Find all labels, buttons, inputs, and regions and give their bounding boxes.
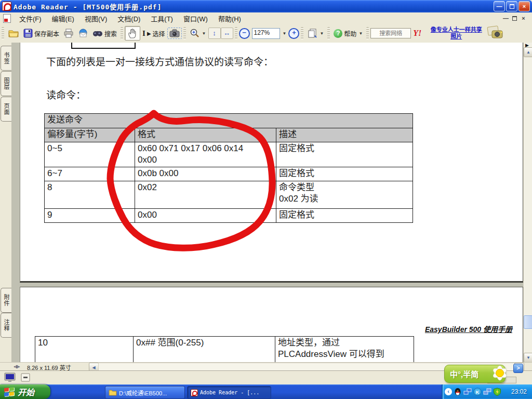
table-title-cell: 发送命令 <box>45 114 413 128</box>
folder-icon <box>109 389 117 396</box>
tab-attachments[interactable]: 附件 <box>1 288 11 313</box>
hand-tool-button[interactable] <box>125 26 140 41</box>
search-button[interactable]: 搜索 <box>90 28 119 39</box>
table-cell: 6~7 <box>45 167 135 181</box>
start-label: 开始 <box>18 385 34 398</box>
hide-panel-button[interactable] <box>21 373 30 382</box>
tray-clock[interactable]: 23:02 <box>511 388 527 395</box>
menu-edit[interactable]: 编辑(E) <box>47 12 79 25</box>
zoom-tool-button[interactable]: ▼ <box>188 26 208 40</box>
web-search-input[interactable] <box>370 28 411 38</box>
taskbar-button-adobe-reader[interactable]: Adobe Reader - [... <box>187 386 271 399</box>
dropdown-icon: ▼ <box>283 31 287 36</box>
zoom-in-button[interactable]: + <box>288 28 299 39</box>
menu-view[interactable]: 视图(V) <box>79 12 112 25</box>
mdi-close-button[interactable]: × <box>519 15 528 22</box>
print-button[interactable] <box>61 27 76 39</box>
vertical-scrollbar[interactable]: ▶ ▲ ▼ <box>523 43 532 362</box>
tab-bookmarks[interactable]: 书签 <box>1 46 11 71</box>
email-globe-icon <box>78 29 88 38</box>
document-canvas[interactable]: 下面的列表是一对一接线方式通信协议的读写命令： 读命令： 发送命令 偏移量(字节… <box>11 43 523 362</box>
toolbar-grip[interactable] <box>301 27 303 39</box>
navigation-tab-strip: 书签 图层 页面 附件 注释 <box>0 43 12 362</box>
tray-network2-icon[interactable] <box>483 388 491 396</box>
taskbar: 开始 e » D:\威纶通\EB500... Adobe Reader - [.… <box>0 384 532 399</box>
zoom-out-button[interactable]: − <box>239 28 250 39</box>
table-cell: 固定格式 <box>276 167 413 181</box>
table-header-cell: 格式 <box>135 128 276 142</box>
select-label: 选择 <box>153 29 165 38</box>
table-row: 6~7 0x0b 0x00 固定格式 <box>45 167 413 181</box>
table-row: 8 0x02 命令类型 0x02 为读 <box>45 181 413 209</box>
table-row: 0~5 0x60 0x71 0x17 0x06 0x14 0x00 固定格式 <box>45 142 413 167</box>
pdf-document-icon[interactable] <box>3 14 11 23</box>
table-cell: 固定格式 <box>276 209 413 223</box>
menu-bar: 文件(F) 编辑(E) 视图(V) 文档(D) 工具(T) 窗口(W) 帮助(H… <box>0 12 532 24</box>
yahoo-button[interactable]: Y! <box>411 27 423 39</box>
start-button[interactable]: 开始 <box>0 384 50 399</box>
menu-file[interactable]: 文件(F) <box>14 12 47 25</box>
help-button[interactable]: ? 帮助 ▼ <box>331 28 365 39</box>
panel-splitter-handle[interactable]: ◂▮▸ <box>14 364 20 369</box>
pdf-page-2: EasyBuilder 500 使用手册 10 0x## 范围(0-255) 地… <box>20 287 523 362</box>
page-display-button[interactable]: ▼ <box>305 26 326 40</box>
snapshot-button[interactable] <box>167 28 182 39</box>
zoom-level-combobox[interactable]: 127% <box>252 28 280 39</box>
tray-antivirus-shield-icon[interactable] <box>493 388 501 396</box>
email-button[interactable] <box>76 27 90 39</box>
tab-layers[interactable]: 图层 <box>1 71 11 96</box>
table-cell: 9 <box>45 209 135 223</box>
magnifier-zoom-icon <box>190 28 200 38</box>
table-cell: 8 <box>45 181 135 209</box>
vertical-scroll-thumb[interactable] <box>524 315 532 329</box>
tab-pages[interactable]: 页面 <box>1 97 11 122</box>
zoom-level-dropdown[interactable]: ▼ <box>280 30 289 37</box>
fullscreen-view-button[interactable] <box>4 373 16 382</box>
menu-tools[interactable]: 工具(T) <box>145 12 178 25</box>
toolbar-grip[interactable] <box>235 27 237 39</box>
table-row: 10 0x## 范围(0-255) 地址类型，通过 PLCAddressView… <box>35 337 414 363</box>
close-button[interactable]: × <box>518 1 530 11</box>
save-copy-label: 保存副本 <box>34 29 59 38</box>
restore-button[interactable] <box>506 1 517 11</box>
scroll-up-button[interactable]: ▲ <box>524 47 532 57</box>
table-cell: 0x02 <box>135 181 276 209</box>
ad-camera-icon <box>487 25 504 41</box>
select-cursor-icon: ▶ <box>147 31 151 36</box>
ime-daisy-icon[interactable] <box>487 363 510 384</box>
tray-network-icon[interactable] <box>463 388 472 396</box>
hide-tray-icons-chevron[interactable]: ‹ <box>445 388 452 395</box>
document-intro-text: 下面的列表是一对一接线方式通信协议的读写命令： <box>46 54 273 68</box>
menu-document[interactable]: 文档(D) <box>112 12 145 25</box>
scroll-down-button[interactable]: ▼ <box>524 353 532 363</box>
open-button[interactable] <box>6 27 21 39</box>
select-ibeam-icon: I <box>142 29 145 38</box>
binoculars-icon <box>92 29 103 37</box>
table-cell: 0x0b 0x00 <box>135 167 276 181</box>
fit-page-button[interactable]: ↕ <box>208 28 221 39</box>
pdf-page-1: 下面的列表是一对一接线方式通信协议的读写命令： 读命令： 发送命令 偏移量(字节… <box>20 43 523 283</box>
mdi-minimize-button[interactable]: — <box>501 15 510 22</box>
select-tool-button[interactable]: I ▶ 选择 <box>140 28 167 39</box>
menu-window[interactable]: 窗口(W) <box>178 12 213 25</box>
table-cell: 10 <box>35 337 134 363</box>
ime-expand-button[interactable]: > <box>513 364 523 373</box>
save-copy-button[interactable]: 保存副本 <box>21 27 61 39</box>
fit-width-button[interactable]: ↔ <box>221 28 233 39</box>
ad-banner[interactable]: 像专业人士一样共享照片 <box>425 25 507 41</box>
yahoo-logo: Y! <box>413 29 421 38</box>
mdi-restore-button[interactable] <box>510 15 519 22</box>
toolbar-grip[interactable] <box>366 27 369 39</box>
system-tray: ‹ K 23:02 <box>442 384 532 399</box>
toolbar-grip[interactable] <box>183 27 186 39</box>
tray-input-method-icon[interactable]: K <box>473 388 482 396</box>
minimize-button[interactable]: — <box>494 1 505 11</box>
toolbar-grip[interactable] <box>121 27 123 39</box>
taskbar-button-explorer[interactable]: D:\威纶通\EB500... <box>105 386 185 399</box>
toolbar-grip[interactable] <box>327 27 330 39</box>
tray-qq-icon[interactable] <box>454 388 462 396</box>
menu-help[interactable]: 帮助(H) <box>213 12 246 25</box>
toolbar-grip[interactable] <box>2 27 4 39</box>
continued-table: 10 0x## 范围(0-255) 地址类型，通过 PLCAddressView… <box>35 336 414 362</box>
tab-comments[interactable]: 注释 <box>1 313 11 338</box>
